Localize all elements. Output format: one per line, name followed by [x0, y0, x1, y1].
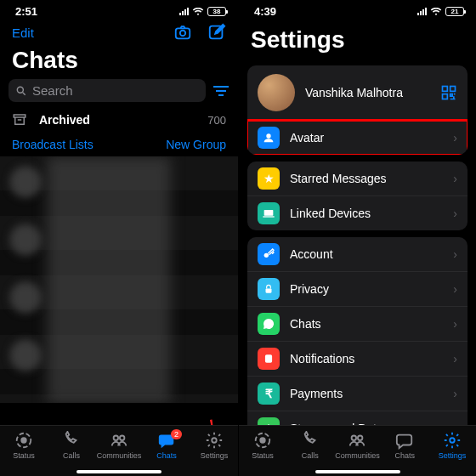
phone-chats: 2:51 38 Edit Chats Search Archived 700	[0, 0, 238, 476]
tab-settings[interactable]: Settings	[430, 431, 474, 460]
svg-point-23	[450, 438, 455, 443]
tab-communities[interactable]: Communities	[97, 431, 141, 460]
tab-calls[interactable]: Calls	[288, 431, 332, 460]
svg-point-6	[21, 438, 26, 443]
row-label: Account	[290, 247, 333, 261]
row-label: Notifications	[290, 352, 354, 366]
tab-label: Settings	[439, 451, 467, 460]
tab-label: Communities	[335, 451, 380, 460]
svg-rect-15	[263, 216, 274, 217]
chats-row[interactable]: Chats ›	[247, 307, 468, 342]
svg-rect-18	[265, 354, 272, 362]
gear-icon	[442, 431, 462, 450]
communities-icon	[109, 431, 129, 450]
archived-row[interactable]: Archived 700	[0, 107, 238, 133]
lock-icon	[258, 278, 280, 300]
laptop-icon	[258, 202, 280, 224]
chat-list-blurred	[0, 156, 238, 403]
star-icon: ★	[258, 167, 280, 190]
svg-point-1	[180, 31, 185, 36]
chevron-right-icon: ›	[453, 352, 457, 366]
tab-communities[interactable]: Communities	[335, 431, 379, 460]
account-row[interactable]: Account ›	[247, 237, 468, 272]
profile-name: Vanshika Malhotra	[305, 86, 403, 99]
tab-bar: Status Calls Communities Chats Settings	[239, 425, 476, 476]
camera-icon[interactable]	[173, 23, 192, 42]
notifications-row[interactable]: Notifications ›	[247, 342, 468, 377]
svg-point-9	[212, 438, 217, 443]
status-icon	[252, 431, 273, 450]
broadcast-lists-link[interactable]: Broadcast Lists	[12, 138, 94, 151]
tab-settings[interactable]: Settings	[192, 431, 236, 460]
new-group-link[interactable]: New Group	[166, 138, 226, 151]
section-main: Account › Privacy › Chats › Notification…	[247, 237, 468, 445]
rupee-icon: ₹	[258, 382, 280, 405]
tab-label: Status	[252, 451, 274, 460]
status-bar: 2:51 38	[0, 0, 238, 20]
compose-icon[interactable]	[207, 23, 226, 42]
privacy-row[interactable]: Privacy ›	[247, 272, 468, 307]
filter-icon[interactable]	[212, 85, 230, 97]
svg-point-8	[120, 436, 125, 441]
edit-button[interactable]: Edit	[12, 26, 34, 40]
row-label: Linked Devices	[290, 207, 371, 220]
search-placeholder: Search	[32, 83, 73, 98]
payments-row[interactable]: ₹ Payments ›	[247, 377, 468, 411]
row-label: Chats	[290, 317, 321, 331]
svg-rect-4	[14, 115, 26, 117]
page-title: Settings	[239, 20, 476, 59]
wifi-icon	[430, 8, 442, 16]
chevron-right-icon: ›	[453, 387, 457, 400]
section-starred: ★ Starred Messages › Linked Devices ›	[247, 162, 468, 230]
status-icon	[14, 431, 34, 450]
tab-bar: Status Calls Communities 2 Chats Setting…	[0, 425, 238, 476]
chat-icon	[258, 313, 280, 335]
tab-status[interactable]: Status	[2, 431, 46, 460]
row-label: Payments	[290, 387, 343, 400]
page-title: Chats	[0, 45, 238, 79]
tab-label: Calls	[302, 451, 319, 460]
svg-point-3	[17, 87, 23, 93]
home-indicator[interactable]	[315, 470, 400, 473]
status-bar: 4:39 21	[239, 0, 476, 20]
search-input[interactable]: Search	[8, 79, 206, 102]
tab-label: Calls	[63, 451, 80, 460]
status-indicators: 21	[417, 7, 464, 16]
linked-devices-row[interactable]: Linked Devices ›	[247, 196, 468, 230]
tab-chats[interactable]: Chats	[382, 431, 427, 460]
status-time: 4:39	[254, 5, 276, 18]
svg-point-21	[352, 436, 357, 441]
notification-icon	[258, 348, 280, 370]
avatar-row[interactable]: Avatar ›	[247, 121, 468, 155]
battery-icon: 21	[445, 7, 464, 16]
tab-label: Settings	[201, 451, 229, 460]
wifi-icon	[192, 8, 204, 16]
chevron-right-icon: ›	[453, 172, 457, 185]
home-indicator[interactable]	[76, 470, 162, 473]
row-label: Starred Messages	[290, 172, 387, 185]
svg-point-22	[358, 436, 363, 441]
signal-icon	[179, 8, 189, 15]
row-label: Avatar	[290, 131, 324, 144]
chevron-right-icon: ›	[453, 247, 457, 261]
tab-label: Communities	[97, 451, 142, 460]
tab-status[interactable]: Status	[241, 431, 285, 460]
row-label: Privacy	[290, 282, 329, 296]
tab-chats[interactable]: 2 Chats	[144, 431, 189, 460]
header-row: Edit	[0, 20, 238, 45]
communities-icon	[347, 431, 367, 450]
section-profile: Vanshika Malhotra Avatar ›	[247, 65, 468, 155]
chevron-right-icon: ›	[453, 207, 457, 220]
svg-rect-14	[264, 210, 274, 216]
tab-calls[interactable]: Calls	[49, 431, 94, 460]
svg-point-7	[114, 436, 119, 441]
chevron-right-icon: ›	[453, 317, 457, 331]
key-icon	[258, 243, 280, 265]
svg-point-16	[264, 253, 269, 258]
svg-rect-17	[266, 288, 272, 292]
profile-row[interactable]: Vanshika Malhotra	[247, 65, 468, 121]
qr-icon[interactable]	[440, 84, 457, 101]
starred-messages-row[interactable]: ★ Starred Messages ›	[247, 162, 468, 196]
svg-rect-11	[450, 87, 456, 92]
chats-badge: 2	[171, 429, 182, 439]
